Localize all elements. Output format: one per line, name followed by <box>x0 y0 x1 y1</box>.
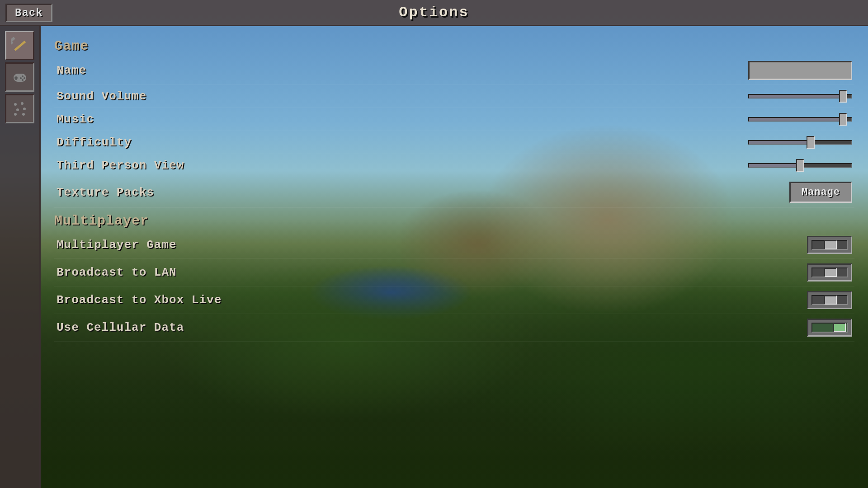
multiplayer-section: Multiplayer Multiplayer Game Broadcast t… <box>54 213 854 342</box>
music-slider[interactable] <box>748 113 852 126</box>
svg-point-11 <box>21 102 24 105</box>
svg-rect-5 <box>14 77 18 79</box>
name-row: Name <box>54 56 854 85</box>
multiplayer-game-toggle[interactable] <box>807 236 852 254</box>
third-person-label: Third Person View <box>57 159 184 172</box>
cellular-data-toggle[interactable] <box>807 319 852 337</box>
difficulty-label: Difficulty <box>57 136 132 149</box>
name-label: Name <box>57 64 86 77</box>
svg-rect-0 <box>14 40 26 51</box>
svg-point-14 <box>14 113 17 116</box>
name-input[interactable] <box>748 61 852 80</box>
sidebar <box>0 26 41 488</box>
game-section-header: Game <box>54 38 854 54</box>
svg-point-8 <box>20 77 22 79</box>
svg-point-13 <box>23 108 26 110</box>
texture-packs-row: Texture Packs Manage <box>54 177 854 208</box>
svg-point-10 <box>14 103 17 106</box>
cellular-data-row: Use Cellular Data <box>54 314 854 342</box>
sound-volume-slider[interactable] <box>748 89 852 103</box>
sound-volume-label: Sound Volume <box>57 89 146 103</box>
svg-point-15 <box>22 113 25 116</box>
third-person-row: Third Person View <box>54 154 854 177</box>
broadcast-lan-toggle[interactable] <box>807 263 852 282</box>
music-row: Music <box>54 108 854 131</box>
multiplayer-game-label: Multiplayer Game <box>57 238 177 252</box>
multiplayer-section-header: Multiplayer <box>54 213 854 229</box>
cellular-data-label: Use Cellular Data <box>57 321 184 334</box>
sound-volume-row: Sound Volume <box>54 85 854 108</box>
broadcast-lan-row: Broadcast to LAN <box>54 259 854 286</box>
multiplayer-game-row: Multiplayer Game <box>54 231 854 259</box>
back-button[interactable]: Back <box>5 4 52 22</box>
sidebar-controller-icon[interactable] <box>5 62 34 92</box>
broadcast-lan-label: Broadcast to LAN <box>57 266 177 279</box>
broadcast-xbox-row: Broadcast to Xbox Live <box>54 286 854 314</box>
broadcast-xbox-label: Broadcast to Xbox Live <box>57 293 222 307</box>
sidebar-tools-icon[interactable] <box>5 31 34 60</box>
page-title: Options <box>399 4 469 21</box>
difficulty-row: Difficulty <box>54 131 854 154</box>
third-person-slider[interactable] <box>748 159 852 172</box>
music-label: Music <box>57 113 94 126</box>
texture-packs-label: Texture Packs <box>57 186 154 199</box>
top-bar: Back Options <box>0 0 868 26</box>
svg-rect-2 <box>11 37 15 42</box>
difficulty-slider[interactable] <box>748 136 852 149</box>
manage-button[interactable]: Manage <box>789 182 852 203</box>
sidebar-particles-icon[interactable] <box>5 94 34 123</box>
svg-point-9 <box>22 79 24 81</box>
svg-point-7 <box>24 77 25 79</box>
svg-point-6 <box>22 75 24 77</box>
game-section: Game Name Sound Volume Music <box>54 38 854 208</box>
content-panel: Game Name Sound Volume Music <box>41 26 868 488</box>
svg-point-12 <box>16 108 19 111</box>
broadcast-xbox-toggle[interactable] <box>807 291 852 309</box>
